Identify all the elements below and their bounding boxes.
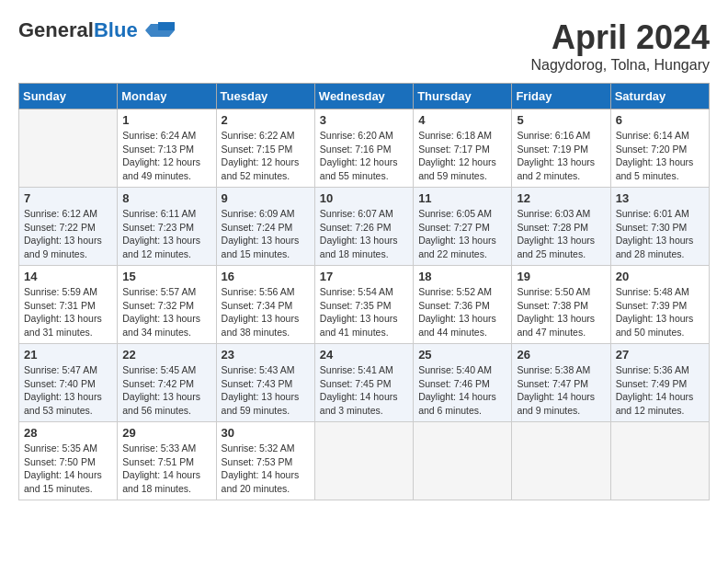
day-info: Sunrise: 6:05 AMSunset: 7:27 PMDaylight:… xyxy=(418,207,506,261)
day-info: Sunrise: 6:24 AMSunset: 7:13 PMDaylight:… xyxy=(122,129,210,183)
day-number: 30 xyxy=(222,426,310,440)
day-number: 17 xyxy=(320,270,408,283)
calendar-day-cell: 26Sunrise: 5:38 AMSunset: 7:47 PMDayligh… xyxy=(512,344,610,422)
day-info: Sunrise: 6:09 AMSunset: 7:24 PMDaylight:… xyxy=(222,207,310,261)
calendar-day-cell: 23Sunrise: 5:43 AMSunset: 7:43 PMDayligh… xyxy=(216,344,314,422)
calendar-day-cell: 21Sunrise: 5:47 AMSunset: 7:40 PMDayligh… xyxy=(19,344,118,422)
day-info: Sunrise: 6:03 AMSunset: 7:28 PMDaylight:… xyxy=(517,207,605,261)
day-number: 28 xyxy=(24,426,112,440)
calendar-day-cell: 16Sunrise: 5:56 AMSunset: 7:34 PMDayligh… xyxy=(216,266,314,344)
day-number: 21 xyxy=(24,348,112,362)
title-area: April 2024 Nagydorog, Tolna, Hungary xyxy=(531,18,711,74)
calendar-week-row: 1Sunrise: 6:24 AMSunset: 7:13 PMDaylight… xyxy=(19,109,710,188)
day-number: 13 xyxy=(616,191,704,205)
calendar-day-cell: 1Sunrise: 6:24 AMSunset: 7:13 PMDaylight… xyxy=(118,109,216,188)
day-number: 2 xyxy=(222,113,310,127)
calendar-day-cell: 19Sunrise: 5:50 AMSunset: 7:38 PMDayligh… xyxy=(512,266,610,344)
day-info: Sunrise: 5:41 AMSunset: 7:45 PMDaylight:… xyxy=(320,363,408,418)
day-info: Sunrise: 6:20 AMSunset: 7:16 PMDaylight:… xyxy=(320,129,408,183)
day-info: Sunrise: 5:43 AMSunset: 7:43 PMDaylight:… xyxy=(222,363,310,418)
day-number: 9 xyxy=(222,191,310,205)
calendar-day-cell: 6Sunrise: 6:14 AMSunset: 7:20 PMDaylight… xyxy=(610,109,709,188)
day-number: 16 xyxy=(222,270,310,283)
calendar-day-cell xyxy=(512,422,610,500)
day-number: 6 xyxy=(616,113,704,127)
day-info: Sunrise: 5:38 AMSunset: 7:47 PMDaylight:… xyxy=(517,363,605,418)
day-number: 10 xyxy=(320,191,408,205)
calendar-day-cell: 24Sunrise: 5:41 AMSunset: 7:45 PMDayligh… xyxy=(314,344,413,422)
calendar-day-cell: 30Sunrise: 5:32 AMSunset: 7:53 PMDayligh… xyxy=(216,422,314,500)
day-number: 1 xyxy=(122,113,210,127)
logo: GeneralBlue xyxy=(18,18,175,41)
day-info: Sunrise: 6:01 AMSunset: 7:30 PMDaylight:… xyxy=(616,207,704,261)
weekday-header-monday: Monday xyxy=(118,84,216,109)
calendar-day-cell: 10Sunrise: 6:07 AMSunset: 7:26 PMDayligh… xyxy=(314,188,413,266)
day-info: Sunrise: 5:52 AMSunset: 7:36 PMDaylight:… xyxy=(418,285,506,339)
calendar-day-cell: 17Sunrise: 5:54 AMSunset: 7:35 PMDayligh… xyxy=(314,266,413,344)
logo-icon xyxy=(142,20,175,40)
day-number: 26 xyxy=(517,348,605,362)
calendar-day-cell: 2Sunrise: 6:22 AMSunset: 7:15 PMDaylight… xyxy=(216,109,314,188)
calendar-day-cell: 27Sunrise: 5:36 AMSunset: 7:49 PMDayligh… xyxy=(610,344,709,422)
day-number: 29 xyxy=(122,426,210,440)
day-number: 27 xyxy=(616,348,704,362)
calendar-day-cell: 7Sunrise: 6:12 AMSunset: 7:22 PMDaylight… xyxy=(19,188,118,266)
day-number: 11 xyxy=(418,191,506,205)
day-info: Sunrise: 6:14 AMSunset: 7:20 PMDaylight:… xyxy=(616,129,704,183)
calendar-week-row: 7Sunrise: 6:12 AMSunset: 7:22 PMDaylight… xyxy=(19,188,710,266)
calendar-day-cell: 8Sunrise: 6:11 AMSunset: 7:23 PMDaylight… xyxy=(118,188,216,266)
calendar-day-cell: 25Sunrise: 5:40 AMSunset: 7:46 PMDayligh… xyxy=(414,344,512,422)
calendar-day-cell: 3Sunrise: 6:20 AMSunset: 7:16 PMDaylight… xyxy=(314,109,413,188)
calendar-week-row: 28Sunrise: 5:35 AMSunset: 7:50 PMDayligh… xyxy=(19,422,710,500)
day-info: Sunrise: 5:54 AMSunset: 7:35 PMDaylight:… xyxy=(320,285,408,339)
calendar: SundayMondayTuesdayWednesdayThursdayFrid… xyxy=(18,83,710,500)
day-info: Sunrise: 6:22 AMSunset: 7:15 PMDaylight:… xyxy=(222,129,310,183)
day-number: 8 xyxy=(122,191,210,205)
day-number: 22 xyxy=(122,348,210,362)
day-info: Sunrise: 5:56 AMSunset: 7:34 PMDaylight:… xyxy=(222,285,310,339)
day-number: 5 xyxy=(517,113,605,127)
weekday-header-row: SundayMondayTuesdayWednesdayThursdayFrid… xyxy=(19,84,710,109)
day-number: 23 xyxy=(222,348,310,362)
weekday-header-tuesday: Tuesday xyxy=(216,84,314,109)
day-info: Sunrise: 5:33 AMSunset: 7:51 PMDaylight:… xyxy=(122,442,210,496)
calendar-day-cell xyxy=(610,422,709,500)
calendar-day-cell: 11Sunrise: 6:05 AMSunset: 7:27 PMDayligh… xyxy=(414,188,512,266)
day-info: Sunrise: 5:48 AMSunset: 7:39 PMDaylight:… xyxy=(616,285,704,339)
calendar-day-cell xyxy=(19,109,118,188)
logo-text: GeneralBlue xyxy=(18,18,138,41)
calendar-day-cell: 12Sunrise: 6:03 AMSunset: 7:28 PMDayligh… xyxy=(512,188,610,266)
calendar-day-cell: 22Sunrise: 5:45 AMSunset: 7:42 PMDayligh… xyxy=(118,344,216,422)
calendar-day-cell: 15Sunrise: 5:57 AMSunset: 7:32 PMDayligh… xyxy=(118,266,216,344)
day-number: 15 xyxy=(122,270,210,283)
day-number: 19 xyxy=(517,270,605,283)
day-info: Sunrise: 5:35 AMSunset: 7:50 PMDaylight:… xyxy=(24,442,112,496)
calendar-day-cell: 4Sunrise: 6:18 AMSunset: 7:17 PMDaylight… xyxy=(414,109,512,188)
calendar-day-cell: 5Sunrise: 6:16 AMSunset: 7:19 PMDaylight… xyxy=(512,109,610,188)
day-number: 14 xyxy=(24,270,112,283)
day-info: Sunrise: 6:16 AMSunset: 7:19 PMDaylight:… xyxy=(517,129,605,183)
day-number: 4 xyxy=(418,113,506,127)
day-number: 18 xyxy=(418,270,506,283)
day-number: 3 xyxy=(320,113,408,127)
weekday-header-saturday: Saturday xyxy=(610,84,709,109)
calendar-day-cell: 28Sunrise: 5:35 AMSunset: 7:50 PMDayligh… xyxy=(19,422,118,500)
day-info: Sunrise: 5:32 AMSunset: 7:53 PMDaylight:… xyxy=(222,442,310,496)
month-title: April 2024 xyxy=(531,18,711,57)
calendar-day-cell: 29Sunrise: 5:33 AMSunset: 7:51 PMDayligh… xyxy=(118,422,216,500)
day-info: Sunrise: 5:59 AMSunset: 7:31 PMDaylight:… xyxy=(24,285,112,339)
weekday-header-thursday: Thursday xyxy=(414,84,512,109)
header: GeneralBlue April 2024 Nagydorog, Tolna,… xyxy=(18,18,710,74)
calendar-day-cell: 18Sunrise: 5:52 AMSunset: 7:36 PMDayligh… xyxy=(414,266,512,344)
day-info: Sunrise: 6:12 AMSunset: 7:22 PMDaylight:… xyxy=(24,207,112,261)
day-info: Sunrise: 5:57 AMSunset: 7:32 PMDaylight:… xyxy=(122,285,210,339)
day-info: Sunrise: 5:36 AMSunset: 7:49 PMDaylight:… xyxy=(616,363,704,418)
day-info: Sunrise: 6:11 AMSunset: 7:23 PMDaylight:… xyxy=(122,207,210,261)
day-number: 20 xyxy=(616,270,704,283)
calendar-day-cell xyxy=(414,422,512,500)
day-number: 25 xyxy=(418,348,506,362)
weekday-header-friday: Friday xyxy=(512,84,610,109)
day-info: Sunrise: 6:18 AMSunset: 7:17 PMDaylight:… xyxy=(418,129,506,183)
calendar-day-cell: 14Sunrise: 5:59 AMSunset: 7:31 PMDayligh… xyxy=(19,266,118,344)
day-info: Sunrise: 5:40 AMSunset: 7:46 PMDaylight:… xyxy=(418,363,506,418)
